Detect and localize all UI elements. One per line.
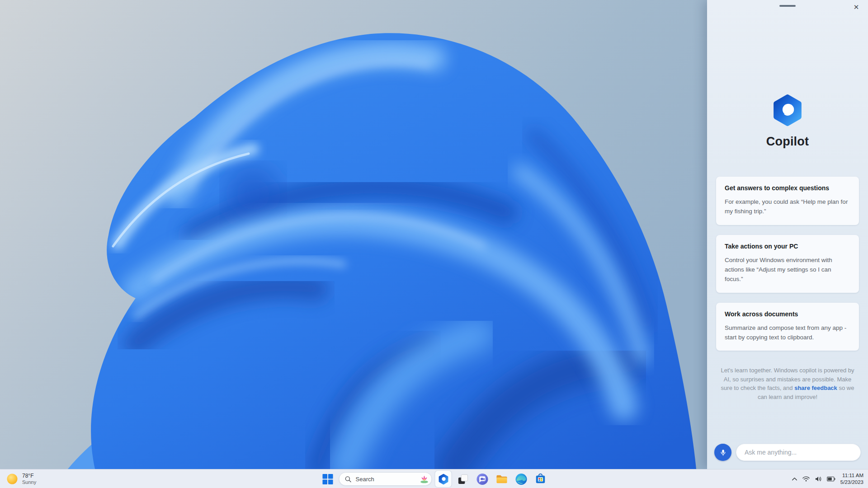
search-highlight-flower-icon xyxy=(420,474,429,484)
taskbar-app-task-view[interactable] xyxy=(455,471,471,487)
chat-icon xyxy=(476,473,488,485)
sun-icon xyxy=(6,473,18,485)
file-explorer-icon xyxy=(495,473,508,485)
taskbar-app-chat[interactable] xyxy=(474,471,491,487)
ask-me-anything-input[interactable] xyxy=(736,444,861,461)
card-complex-questions[interactable]: Get answers to complex questions For exa… xyxy=(716,177,859,225)
wifi-icon xyxy=(802,476,810,482)
share-feedback-link[interactable]: share feedback xyxy=(794,385,837,391)
chevron-up-icon xyxy=(792,476,797,482)
weather-text: 78°F Sunny xyxy=(22,473,36,486)
task-view-icon xyxy=(457,474,468,485)
battery-icon xyxy=(827,476,835,482)
clock[interactable]: 11:11 AM 5/23/2023 xyxy=(840,472,863,486)
windows-start-icon xyxy=(322,474,333,485)
copilot-icon xyxy=(437,473,449,485)
copilot-logo xyxy=(707,93,868,127)
panel-titlebar: ✕ xyxy=(707,0,868,14)
card-work-across-documents[interactable]: Work across documents Summarize and comp… xyxy=(716,303,859,351)
battery-status[interactable] xyxy=(827,476,835,482)
bloom-wallpaper xyxy=(0,0,707,469)
clock-date: 5/23/2023 xyxy=(840,479,863,486)
panel-drag-handle[interactable] xyxy=(779,5,796,7)
system-tray: 11:11 AM 5/23/2023 xyxy=(792,469,863,488)
card-take-actions[interactable]: Take actions on your PC Control your Win… xyxy=(716,235,859,293)
taskbar-app-copilot[interactable] xyxy=(435,471,452,487)
speaker-icon xyxy=(815,476,822,482)
taskbar-center: Search xyxy=(320,469,549,488)
search-box[interactable]: Search xyxy=(339,472,432,486)
suggestion-cards: Get answers to complex questions For exa… xyxy=(707,177,868,361)
start-button[interactable] xyxy=(320,471,336,487)
hidden-icons-chevron[interactable] xyxy=(792,476,797,482)
search-label: Search xyxy=(356,476,415,483)
panel-title: Copilot xyxy=(707,135,868,149)
taskbar: 78°F Sunny Search xyxy=(0,469,868,488)
ai-disclaimer: Let's learn together. Windows copilot is… xyxy=(707,366,868,401)
wifi-status[interactable] xyxy=(802,476,810,482)
search-icon xyxy=(345,476,352,483)
taskbar-app-store[interactable] xyxy=(533,471,549,487)
edge-icon xyxy=(515,473,527,485)
weather-widget[interactable]: 78°F Sunny xyxy=(6,469,36,488)
close-icon[interactable]: ✕ xyxy=(851,2,862,13)
copilot-panel: ✕ Copilot Get answers to complex quest xyxy=(707,0,868,469)
weather-condition: Sunny xyxy=(22,479,36,486)
weather-temp: 78°F xyxy=(22,473,36,479)
desktop-screen: ✕ Copilot Get answers to complex quest xyxy=(0,0,868,488)
taskbar-app-file-explorer[interactable] xyxy=(494,471,510,487)
chat-input-row xyxy=(707,444,868,469)
taskbar-app-edge[interactable] xyxy=(513,471,529,487)
mic-button[interactable] xyxy=(714,444,731,461)
clock-time: 11:11 AM xyxy=(840,472,863,479)
volume-status[interactable] xyxy=(815,476,822,482)
microphone-icon xyxy=(719,449,727,456)
store-icon xyxy=(535,473,547,485)
